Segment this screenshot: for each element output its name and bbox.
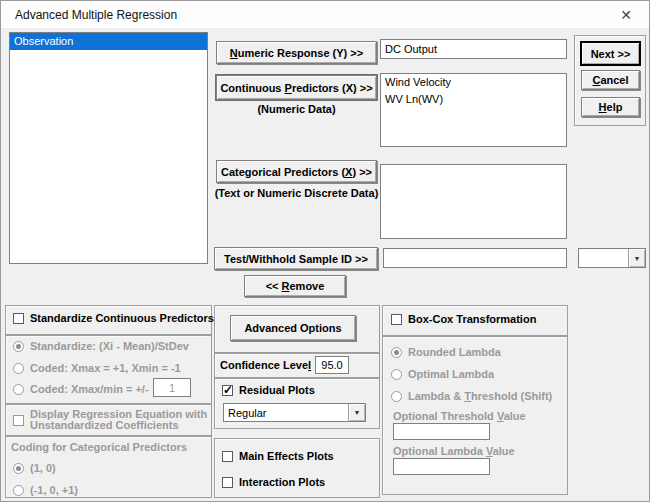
advanced-options-button[interactable]: Advanced Options xyxy=(230,315,356,341)
radio-row-lambda-threshold[interactable]: Lambda & Threshold (Shift) xyxy=(391,390,552,402)
window-title: Advanced Multiple Regression xyxy=(15,8,177,22)
rounded-lambda-label: Rounded Lambda xyxy=(408,346,501,358)
radio-row-coded-plus-minus-1[interactable]: Coded: Xmax = +1, Xmin = -1 xyxy=(13,362,181,374)
advanced-multiple-regression-dialog: Advanced Multiple Regression ✕ Observati… xyxy=(0,0,650,502)
continuous-pre: Continuous xyxy=(220,82,284,94)
display-equation-checkbox-row[interactable]: Display Regression Equation with Unstand… xyxy=(13,409,207,431)
optional-lambda-field[interactable] xyxy=(393,458,490,475)
dropdown-arrow-icon[interactable] xyxy=(348,404,365,421)
numeric-response-field[interactable] xyxy=(380,39,567,59)
cancel-post: ancel xyxy=(600,74,628,86)
radio-row-rounded-lambda[interactable]: Rounded Lambda xyxy=(391,346,501,358)
remove-key: R xyxy=(282,280,290,292)
optimal-lambda-radio[interactable] xyxy=(391,369,402,380)
categorical-predictors-listbox[interactable] xyxy=(380,164,567,239)
standardize-checkbox[interactable] xyxy=(13,313,24,324)
list-item-wv-ln-wv[interactable]: WV Ln(WV) xyxy=(381,91,566,108)
residual-plots-label: Residual Plots xyxy=(239,384,315,396)
residual-plots-checkbox-row[interactable]: Residual Plots xyxy=(222,384,315,396)
coded-custom-value-field[interactable] xyxy=(153,378,191,397)
help-key: H xyxy=(599,101,607,113)
main-effects-label: Main Effects Plots xyxy=(239,450,334,462)
numeric-response-label: umeric Response (Y) >> xyxy=(238,47,363,59)
continuous-key: P xyxy=(285,82,292,94)
remove-post: emove xyxy=(290,280,325,292)
coding-1-0-radio[interactable] xyxy=(13,463,24,474)
numeric-response-button[interactable]: Numeric Response (Y) >> xyxy=(216,41,377,64)
categorical-note: (Text or Numeric Discrete Data) xyxy=(206,187,387,199)
interaction-plots-label: Interaction Plots xyxy=(239,476,325,488)
test-withhold-button[interactable]: Test/Withhold Sample ID >> xyxy=(214,247,378,270)
optional-threshold-field[interactable] xyxy=(393,423,490,440)
categorical-pre: Categorical Predictors ( xyxy=(221,166,345,178)
test-withhold-label: Test/Withhold Sample ID >> xyxy=(224,253,368,265)
variable-listbox[interactable]: Observation xyxy=(9,32,208,264)
coding-title: Coding for Categorical Predictors xyxy=(11,441,187,453)
numeric-response-key: N xyxy=(230,47,238,59)
coded-plus-minus-1-radio[interactable] xyxy=(13,363,24,374)
help-button[interactable]: Help xyxy=(581,97,640,117)
confidence-level-field[interactable] xyxy=(315,356,349,374)
categorical-post: ) >> xyxy=(352,166,372,178)
coded-custom-radio[interactable] xyxy=(13,384,24,395)
optimal-lambda-label: Optimal Lambda xyxy=(408,368,494,380)
test-withhold-field[interactable] xyxy=(383,248,567,268)
main-effects-checkbox[interactable] xyxy=(222,451,233,462)
lambda-threshold-radio[interactable] xyxy=(391,391,402,402)
confidence-level-label: Confidence Level xyxy=(220,359,311,371)
continuous-predictors-listbox[interactable]: Wind Velocity WV Ln(WV) xyxy=(380,73,567,147)
boxcox-checkbox-row[interactable]: Box-Cox Transformation xyxy=(391,313,536,325)
coding-1-0-label: (1, 0) xyxy=(30,462,56,474)
standardize-label: Standardize Continuous Predictors xyxy=(30,312,214,324)
list-item-observation[interactable]: Observation xyxy=(10,33,207,50)
cancel-button[interactable]: Cancel xyxy=(581,70,640,90)
rounded-lambda-radio[interactable] xyxy=(391,347,402,358)
radio-row-standardize-stdev[interactable]: Standardize: (Xi - Mean)/StDev xyxy=(13,340,189,352)
radio-row-coding-neg1-0-1[interactable]: (-1, 0, +1) xyxy=(13,484,78,496)
remove-pre: << xyxy=(266,280,282,292)
interaction-plots-checkbox[interactable] xyxy=(222,477,233,488)
standardize-stdev-radio[interactable] xyxy=(13,341,24,352)
lambda-threshold-label: Lambda & Threshold (Shift) xyxy=(408,390,552,402)
test-withhold-combo-value xyxy=(579,249,628,267)
coded-plus-minus-1-label: Coded: Xmax = +1, Xmin = -1 xyxy=(30,362,181,374)
continuous-post: redictors (X) >> xyxy=(292,82,373,94)
effects-plots-groupbox xyxy=(214,438,380,498)
categorical-predictors-button[interactable]: Categorical Predictors (X) >> xyxy=(216,160,377,183)
boxcox-label: Box-Cox Transformation xyxy=(408,313,536,325)
title-bar: Advanced Multiple Regression ✕ xyxy=(1,1,649,29)
residual-plots-combobox[interactable]: Regular xyxy=(223,403,366,422)
advanced-options-label: Advanced Options xyxy=(244,322,341,334)
list-item-wind-velocity[interactable]: Wind Velocity xyxy=(381,74,566,91)
interaction-plots-checkbox-row[interactable]: Interaction Plots xyxy=(222,476,325,488)
continuous-note: (Numeric Data) xyxy=(216,103,377,115)
boxcox-checkbox[interactable] xyxy=(391,314,402,325)
radio-row-coding-1-0[interactable]: (1, 0) xyxy=(13,462,56,474)
display-equation-checkbox[interactable] xyxy=(13,415,24,426)
remove-button[interactable]: << Remove xyxy=(244,275,346,297)
coding-neg1-0-1-label: (-1, 0, +1) xyxy=(30,484,78,496)
coding-neg1-0-1-radio[interactable] xyxy=(13,485,24,496)
help-post: elp xyxy=(607,101,623,113)
close-icon[interactable]: ✕ xyxy=(613,7,639,23)
optional-threshold-label: Optional Threshold Value xyxy=(393,410,526,422)
residual-plots-combo-value: Regular xyxy=(224,404,348,421)
standardize-stdev-label: Standardize: (Xi - Mean)/StDev xyxy=(30,340,189,352)
dropdown-arrow-icon[interactable] xyxy=(628,249,645,267)
radio-row-optimal-lambda[interactable]: Optimal Lambda xyxy=(391,368,494,380)
continuous-predictors-button[interactable]: Continuous Predictors (X) >> xyxy=(216,75,377,100)
display-equation-label: Display Regression Equation with Unstand… xyxy=(30,409,207,431)
coded-custom-label: Coded: Xmax/min = +/- xyxy=(30,383,149,395)
standardize-checkbox-row[interactable]: Standardize Continuous Predictors xyxy=(13,312,214,324)
next-button[interactable]: Next >> xyxy=(581,42,640,65)
residual-plots-checkbox[interactable] xyxy=(222,385,233,396)
main-effects-checkbox-row[interactable]: Main Effects Plots xyxy=(222,450,334,462)
next-label: Next >> xyxy=(591,48,631,60)
test-withhold-combobox[interactable] xyxy=(578,248,646,268)
radio-row-coded-custom[interactable]: Coded: Xmax/min = +/- xyxy=(13,383,149,395)
optional-lambda-label: Optional Lambda Value xyxy=(393,445,515,457)
